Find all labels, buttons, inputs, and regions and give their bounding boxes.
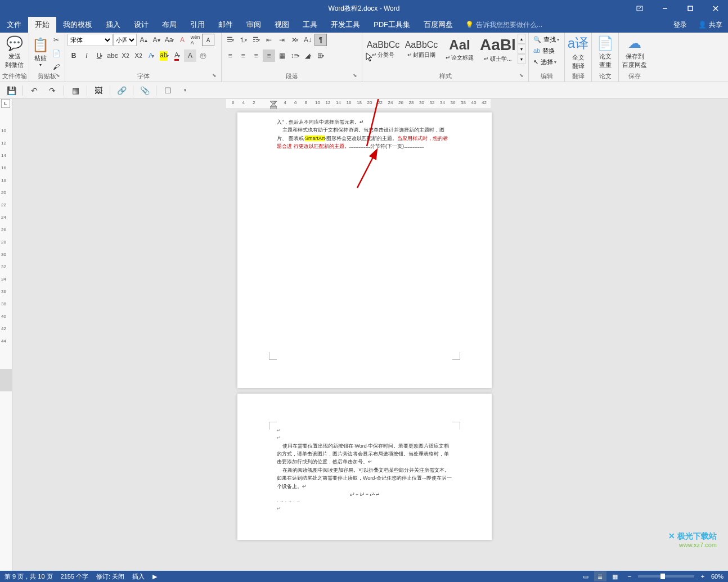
align-left-button[interactable]: ≡: [224, 49, 236, 62]
shrink-font-button[interactable]: A▾: [150, 34, 163, 46]
style-item-1[interactable]: AaBbCc ↵ 分类号: [365, 34, 402, 65]
tab-baidu[interactable]: 百度网盘: [417, 17, 460, 33]
italic-button[interactable]: I: [80, 49, 93, 62]
paragraph-launcher[interactable]: ⬊: [353, 73, 361, 80]
underline-button[interactable]: U▾: [93, 49, 106, 62]
zoom-out-button[interactable]: −: [623, 571, 636, 581]
page-content[interactable]: 入"，然后从不同库中选择所需元素。↵ 主题和样式也有助于文档保持协调。当您单击设…: [237, 112, 492, 168]
replace-button[interactable]: ab替换: [531, 45, 561, 56]
qat-save-button[interactable]: 💾: [5, 84, 18, 97]
font-launcher[interactable]: ⬊: [212, 73, 220, 80]
paste-button[interactable]: 📋 粘贴 ▾: [32, 34, 49, 71]
subscript-button[interactable]: X2: [119, 49, 132, 62]
tab-references[interactable]: 引用: [183, 17, 212, 33]
tab-developer[interactable]: 开发工具: [324, 17, 367, 33]
qat-link-button[interactable]: 🔗: [115, 84, 128, 97]
distribute-button[interactable]: ▦: [276, 49, 288, 62]
change-case-button[interactable]: Aa▾: [163, 34, 176, 46]
minimize-button[interactable]: [652, 0, 677, 17]
tab-layout[interactable]: 布局: [155, 17, 183, 33]
qat-table-button[interactable]: ▦: [69, 84, 82, 97]
view-web-button[interactable]: ▦: [609, 571, 621, 581]
styles-more-button[interactable]: ▾: [518, 54, 525, 64]
justify-button[interactable]: ≡: [263, 49, 275, 62]
page-content[interactable]: ↵↵ 使用在需要位置出现的新按钮在·Word·中保存时间。若要更改图片适应文档的…: [237, 394, 492, 530]
tab-selector[interactable]: L: [1, 99, 10, 108]
qat-form-button[interactable]: ☐: [161, 84, 174, 97]
align-center-button[interactable]: ≡: [237, 49, 249, 62]
tab-pdf[interactable]: PDF工具集: [367, 17, 417, 33]
zoom-slider[interactable]: [638, 575, 694, 578]
align-right-button[interactable]: ≡: [250, 49, 262, 62]
tab-file[interactable]: 文件: [0, 17, 28, 33]
status-mode[interactable]: 插入: [132, 572, 145, 581]
clear-format-button[interactable]: A: [176, 34, 188, 46]
shading-button[interactable]: ◢▾: [302, 49, 314, 62]
zoom-in-button[interactable]: +: [696, 571, 709, 581]
show-marks-button[interactable]: ¶: [314, 34, 327, 46]
style-item-2[interactable]: AaBbCc ↵ 封面日期: [403, 34, 440, 65]
font-size-select[interactable]: 小四: [113, 34, 137, 46]
enclose-char-button[interactable]: ㊥: [197, 49, 209, 62]
status-track[interactable]: 修订: 关闭: [96, 572, 124, 581]
clipboard-launcher[interactable]: ⬊: [56, 73, 64, 80]
numbering-button[interactable]: ⒈▾: [237, 34, 249, 46]
status-words[interactable]: 2155 个字: [61, 572, 89, 581]
vertical-ruler[interactable]: L 10121416182022242628303234363840424448: [0, 99, 12, 571]
paper-check-button[interactable]: 📄 论文 查重: [594, 34, 616, 71]
tab-design[interactable]: 设计: [127, 17, 155, 33]
send-wechat-button[interactable]: 💬 发送 到微信: [2, 34, 26, 71]
phonetic-button[interactable]: wénA: [189, 34, 201, 46]
qat-redo-button[interactable]: ↷: [46, 84, 59, 97]
qat-attach-button[interactable]: 📎: [138, 84, 151, 97]
text-effects-button[interactable]: A▾: [145, 49, 158, 62]
view-read-button[interactable]: ▭: [579, 571, 592, 581]
status-page[interactable]: 第 9 页，共 10 页: [5, 572, 53, 581]
qat-more-button[interactable]: ▾: [179, 84, 192, 97]
select-button[interactable]: ↖选择▾: [531, 56, 561, 67]
styles-scroll-down[interactable]: ▾: [518, 44, 525, 54]
close-button[interactable]: [703, 0, 728, 17]
translate-button[interactable]: a译 全文 翻译: [567, 34, 589, 71]
strikethrough-button[interactable]: abc: [106, 49, 119, 62]
qat-undo-button[interactable]: ↶: [28, 84, 41, 97]
styles-launcher[interactable]: ⬊: [519, 73, 527, 80]
tab-mail[interactable]: 邮件: [212, 17, 240, 33]
font-color-button[interactable]: A▾: [171, 49, 183, 62]
ribbon-display-icon[interactable]: [627, 0, 652, 17]
style-item-4[interactable]: AaBl ↵ 硕士学...: [479, 34, 516, 65]
superscript-button[interactable]: X2: [132, 49, 145, 62]
font-name-select[interactable]: 宋体: [68, 34, 113, 46]
decrease-indent-button[interactable]: ⇤: [263, 34, 275, 46]
cut-button[interactable]: ✂: [50, 34, 62, 46]
tab-review[interactable]: 审阅: [240, 17, 268, 33]
document-area[interactable]: 6422468101214161820222426283032343638404…: [12, 99, 728, 571]
tab-tools[interactable]: 工具: [296, 17, 324, 33]
style-item-3[interactable]: AaI ↵ 论文标题: [441, 34, 478, 65]
tab-templates[interactable]: 我的模板: [56, 17, 99, 33]
view-print-button[interactable]: ≣: [594, 571, 606, 581]
status-macro-icon[interactable]: ▶: [152, 573, 157, 580]
zoom-level[interactable]: 60%: [711, 573, 723, 580]
line-spacing-button[interactable]: ↕≡▾: [289, 49, 301, 62]
sort-button[interactable]: A↓: [302, 34, 314, 46]
find-button[interactable]: 🔍查找▾: [531, 34, 561, 45]
styles-scroll-up[interactable]: ▴: [518, 34, 525, 44]
highlight-button[interactable]: ab▾: [158, 49, 170, 62]
asian-layout-button[interactable]: ✕▾: [289, 34, 301, 46]
save-baidu-button[interactable]: ☁ 保存到 百度网盘: [621, 34, 648, 71]
maximize-button[interactable]: [677, 0, 703, 17]
share-button[interactable]: 👤 共享: [693, 20, 728, 30]
char-border-button[interactable]: A: [202, 34, 214, 46]
tellme-search[interactable]: 💡 告诉我您想要做什么...: [465, 20, 542, 30]
tab-view[interactable]: 视图: [268, 17, 296, 33]
qat-image-button[interactable]: 🖼: [92, 84, 105, 97]
char-shading-button[interactable]: A: [184, 49, 196, 62]
borders-button[interactable]: ⊞▾: [314, 49, 327, 62]
tab-home[interactable]: 开始: [28, 17, 56, 33]
bold-button[interactable]: B: [68, 49, 80, 62]
horizontal-ruler[interactable]: 6422468101214161820222426283032343638404…: [226, 99, 491, 109]
copy-button[interactable]: 📄: [50, 47, 62, 60]
grow-font-button[interactable]: A▴: [137, 34, 150, 46]
bullets-button[interactable]: ☰▾: [224, 34, 236, 46]
